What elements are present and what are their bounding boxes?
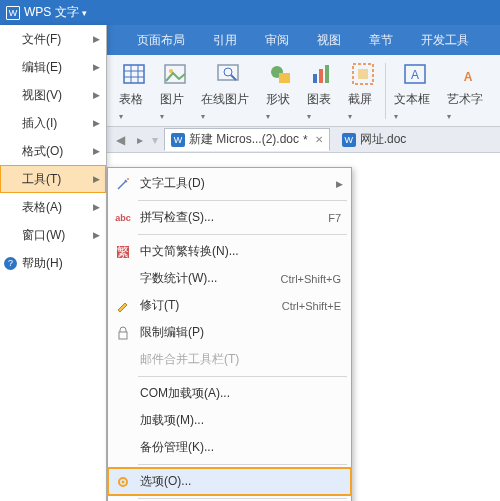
filemenu-item[interactable]: ?帮助(H) — [0, 249, 106, 277]
ribbon-tab[interactable]: 页面布局 — [123, 26, 199, 55]
ribbon-label: 图表 — [307, 91, 336, 122]
ribbon-chart-button[interactable]: 图表 — [301, 58, 342, 124]
chevron-right-icon: ▶ — [93, 62, 100, 72]
wand-icon — [115, 176, 131, 192]
svg-rect-16 — [358, 69, 368, 79]
ribbon-label: 形状 — [266, 91, 295, 122]
filemenu-label: 编辑(E) — [22, 59, 62, 76]
submenu-item[interactable]: 字数统计(W)...Ctrl+Shift+G — [108, 265, 351, 292]
online-icon — [214, 60, 242, 88]
filemenu-label: 工具(T) — [22, 171, 61, 188]
filemenu-item[interactable]: 视图(V)▶ — [0, 81, 106, 109]
svg-text:繁: 繁 — [117, 245, 129, 259]
shape-icon — [266, 60, 294, 88]
filemenu-label: 窗口(W) — [22, 227, 65, 244]
shortcut-label: Ctrl+Shift+G — [280, 273, 341, 285]
ribbon-label: 在线图片 — [201, 91, 253, 122]
svg-rect-13 — [319, 69, 323, 83]
ribbon-tab[interactable]: 开发工具 — [407, 26, 483, 55]
ribbon-wordart-button[interactable]: A艺术字 — [441, 58, 494, 124]
filemenu-item[interactable]: 编辑(E)▶ — [0, 53, 106, 81]
ribbon-separator — [385, 63, 386, 119]
close-icon[interactable]: ✕ — [315, 134, 323, 145]
doc-icon: W — [342, 133, 356, 147]
ribbon-online-button[interactable]: 在线图片 — [195, 58, 259, 124]
wordart-icon: A — [454, 60, 482, 88]
svg-point-20 — [127, 178, 129, 180]
document-tabs: ◀ ▸ ▾ W 新建 Micros...(2).doc * ✕ W 网址.doc — [107, 127, 500, 153]
submenu-item[interactable]: 文字工具(D)▶ — [108, 170, 351, 197]
ribbon-screenshot-button[interactable]: 截屏 — [342, 58, 383, 124]
table-icon — [120, 60, 148, 88]
ribbon-label: 艺术字 — [447, 91, 488, 122]
wps-logo-icon: W — [6, 6, 20, 20]
menu-separator — [138, 498, 347, 499]
file-menu: 文件(F)▶编辑(E)▶视图(V)▶插入(I)▶格式(O)▶工具(T)▶表格(A… — [0, 25, 107, 501]
ribbon: 表格图片在线图片形状图表截屏A文本框A艺术字 — [107, 55, 500, 127]
ribbon-label: 表格 — [119, 91, 148, 122]
svg-rect-23 — [119, 332, 127, 339]
app-title[interactable]: WPS 文字 — [24, 4, 87, 21]
ribbon-textbox-button[interactable]: A文本框 — [388, 58, 441, 124]
filemenu-label: 帮助(H) — [22, 255, 63, 272]
gear-icon — [115, 474, 131, 490]
submenu-label: 中文简繁转换(N)... — [140, 243, 239, 260]
ribbon-shape-button[interactable]: 形状 — [260, 58, 301, 124]
svg-rect-14 — [325, 65, 329, 83]
filemenu-item[interactable]: 工具(T)▶ — [0, 165, 106, 193]
filemenu-item[interactable]: 格式(O)▶ — [0, 137, 106, 165]
submenu-item[interactable]: 繁中文简繁转换(N)... — [108, 238, 351, 265]
chevron-right-icon: ▶ — [93, 202, 100, 212]
submenu-label: 限制编辑(P) — [140, 324, 204, 341]
ribbon-tab[interactable]: 章节 — [355, 26, 407, 55]
svg-rect-11 — [279, 73, 290, 83]
filemenu-item[interactable]: 文件(F)▶ — [0, 25, 106, 53]
svg-point-8 — [224, 68, 232, 76]
ribbon-tab[interactable]: 引用 — [199, 26, 251, 55]
abc-icon: abc — [115, 210, 131, 226]
doc-tab-label: 网址.doc — [360, 131, 407, 148]
ribbon-tab[interactable]: 审阅 — [251, 26, 303, 55]
lock-icon — [115, 325, 131, 341]
document-tab[interactable]: W 网址.doc — [336, 129, 413, 150]
submenu-item[interactable]: COM加载项(A)... — [108, 380, 351, 407]
tab-prev-icon[interactable]: ◀ — [113, 133, 128, 147]
chevron-right-icon: ▶ — [93, 90, 100, 100]
chart-icon — [308, 60, 336, 88]
svg-rect-0 — [124, 65, 144, 83]
doc-tab-label: 新建 Micros...(2).doc — [189, 131, 299, 148]
filemenu-item[interactable]: 窗口(W)▶ — [0, 221, 106, 249]
filemenu-label: 视图(V) — [22, 87, 62, 104]
submenu-label: 备份管理(K)... — [140, 439, 214, 456]
submenu-item[interactable]: 限制编辑(P) — [108, 319, 351, 346]
submenu-label: 文字工具(D) — [140, 175, 205, 192]
svg-point-25 — [122, 480, 125, 483]
chevron-right-icon: ▶ — [93, 230, 100, 240]
chevron-right-icon: ▶ — [93, 174, 100, 184]
submenu-label: 加载项(M)... — [140, 412, 204, 429]
document-tab-active[interactable]: W 新建 Micros...(2).doc * ✕ — [164, 128, 330, 151]
revise-icon — [115, 298, 131, 314]
menu-separator — [138, 376, 347, 377]
svg-rect-12 — [313, 74, 317, 83]
submenu-item[interactable]: abc拼写检查(S)...F7 — [108, 204, 351, 231]
submenu-item[interactable]: 加载项(M)... — [108, 407, 351, 434]
doc-dirty-indicator: * — [303, 133, 308, 147]
submenu-label: COM加载项(A)... — [140, 385, 230, 402]
submenu-item[interactable]: 备份管理(K)... — [108, 434, 351, 461]
filemenu-label: 插入(I) — [22, 115, 57, 132]
ribbon-picture-button[interactable]: 图片 — [154, 58, 195, 124]
filemenu-item[interactable]: 插入(I)▶ — [0, 109, 106, 137]
submenu-label: 修订(T) — [140, 297, 179, 314]
tools-submenu: 文字工具(D)▶abc拼写检查(S)...F7繁中文简繁转换(N)...字数统计… — [107, 167, 352, 501]
submenu-item[interactable]: 修订(T)Ctrl+Shift+E — [108, 292, 351, 319]
filemenu-item[interactable]: 表格(A)▶ — [0, 193, 106, 221]
textbox-icon: A — [401, 60, 429, 88]
submenu-item[interactable]: 选项(O)... — [108, 468, 351, 495]
chevron-right-icon: ▶ — [93, 146, 100, 156]
ribbon-table-button[interactable]: 表格 — [113, 58, 154, 124]
ribbon-tab[interactable]: 视图 — [303, 26, 355, 55]
tab-next-icon[interactable]: ▸ — [134, 133, 146, 147]
shortcut-label: F7 — [328, 212, 341, 224]
submenu-label: 选项(O)... — [140, 473, 191, 490]
